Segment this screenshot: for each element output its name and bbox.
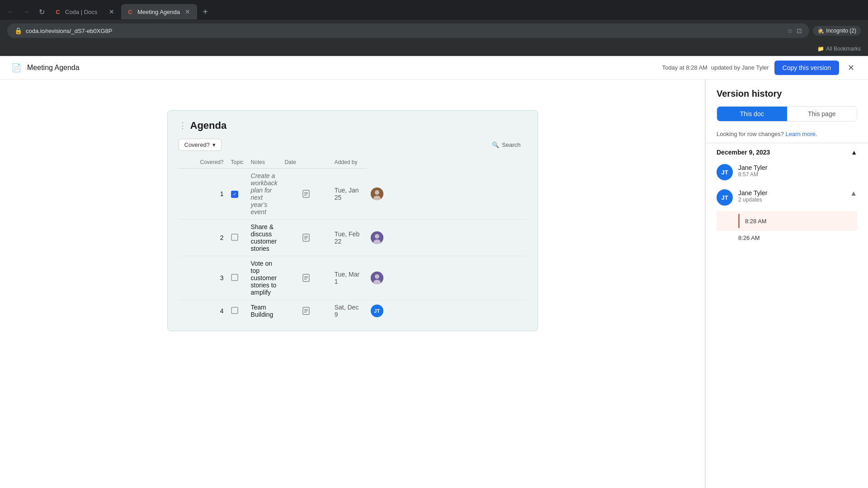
- tab-meeting-title: Meeting Agenda: [137, 9, 180, 15]
- note-icon[interactable]: [301, 272, 311, 283]
- version-title: Version history: [717, 89, 857, 99]
- svg-point-19: [375, 274, 379, 279]
- date-group-label: December 9, 2023: [717, 149, 770, 156]
- date-cell: Sat, Dec 9: [331, 300, 367, 322]
- section-title: Agenda: [190, 120, 227, 131]
- incognito-icon: 🕵️: [817, 28, 824, 34]
- row-changes-text: Looking for row changes?: [717, 131, 784, 137]
- note-icon[interactable]: [301, 232, 311, 243]
- bookmarks-label: All Bookmarks: [826, 46, 861, 52]
- copy-version-button[interactable]: Copy this version: [774, 61, 839, 75]
- address-bar-icons: ☆ ⊡: [787, 27, 802, 34]
- new-tab-button[interactable]: +: [199, 5, 212, 18]
- avatar: [371, 272, 383, 284]
- table-body: 1✓Create a workback plan for next year's…: [179, 169, 527, 322]
- row-number: 1: [179, 169, 227, 220]
- date-cell: Tue, Jan 25: [331, 169, 367, 220]
- covered-checkbox[interactable]: [227, 300, 247, 322]
- tab-bar: ← → ↻ C Coda | Docs ✕ C Meeting Agenda ✕…: [0, 0, 868, 20]
- checkbox-unchecked[interactable]: [231, 307, 238, 314]
- search-label: Search: [502, 141, 520, 148]
- address-bar-row: 🔒 coda.io/revisions/_dS7-eb0XG8P ☆ ⊡ 🕵️ …: [0, 20, 868, 42]
- address-bar[interactable]: 🔒 coda.io/revisions/_dS7-eb0XG8P ☆ ⊡: [7, 23, 809, 38]
- incognito-label: Incognito (2): [826, 28, 856, 34]
- avatar: [371, 188, 383, 200]
- table-row: 4Team Building Sat, Dec 9JT: [179, 300, 527, 322]
- star-icon[interactable]: ☆: [787, 27, 793, 34]
- close-icon: ✕: [848, 63, 854, 73]
- doc-inner: ⋮ Agenda Covered? ▾ 🔍 Search: [149, 89, 556, 331]
- avatar-photo: [371, 272, 383, 284]
- version-time-1: 8:57 AM: [738, 171, 857, 178]
- note-icon[interactable]: [301, 305, 311, 316]
- note-svg: [302, 273, 311, 282]
- version-entry-1[interactable]: JT Jane Tyler 8:57 AM: [706, 160, 868, 185]
- col-header-date: Date: [281, 156, 331, 169]
- filter-chevron-icon: ▾: [212, 141, 216, 148]
- covered-checkbox[interactable]: [227, 220, 247, 256]
- table-row: 1✓Create a workback plan for next year's…: [179, 169, 527, 220]
- checkbox-unchecked[interactable]: [231, 234, 238, 241]
- sub-time-826: 8:26 AM: [738, 235, 760, 241]
- topic-cell: Vote on top customer stories to amplify: [247, 256, 281, 300]
- search-button[interactable]: 🔍 Search: [486, 139, 526, 151]
- back-button[interactable]: ←: [4, 5, 18, 19]
- note-icon[interactable]: [301, 188, 311, 199]
- expand-icon[interactable]: ▲: [850, 189, 857, 197]
- collapse-icon: ▲: [851, 149, 857, 156]
- note-svg: [302, 233, 311, 242]
- all-bookmarks[interactable]: 📁 All Bookmarks: [817, 46, 861, 52]
- learn-more-link[interactable]: Learn more.: [786, 131, 817, 137]
- version-list: December 9, 2023 ▲ JT Jane Tyler 8:57 AM…: [706, 143, 868, 488]
- sub-entry-828[interactable]: 8:28 AM: [717, 211, 857, 231]
- tab-coda-close[interactable]: ✕: [108, 8, 116, 16]
- picture-in-picture-icon[interactable]: ⊡: [797, 27, 802, 34]
- topic-cell: Share & discuss customer stories: [247, 220, 281, 256]
- incognito-button[interactable]: 🕵️ Incognito (2): [813, 26, 861, 36]
- doc-area: ⋮ Agenda Covered? ▾ 🔍 Search: [0, 80, 705, 488]
- coda-favicon-1: C: [54, 8, 61, 15]
- tab-coda[interactable]: C Coda | Docs ✕: [49, 4, 121, 19]
- header-timestamp: Today at 8:28 AM updated by Jane Tyler: [662, 64, 769, 71]
- app-area: 📄 Meeting Agenda Today at 8:28 AM update…: [0, 56, 868, 488]
- table-row: 3Vote on top customer stories to amplify…: [179, 256, 527, 300]
- avatar-cell: JT: [367, 300, 527, 322]
- checkbox-checked[interactable]: ✓: [231, 191, 238, 198]
- forward-button[interactable]: →: [19, 5, 33, 19]
- date-cell: Tue, Feb 22: [331, 220, 367, 256]
- avatar-photo: [371, 188, 383, 200]
- doc-header: 📄 Meeting Agenda Today at 8:28 AM update…: [0, 56, 868, 80]
- col-header-notes: Notes: [247, 156, 281, 169]
- version-date-header[interactable]: December 9, 2023 ▲: [706, 143, 868, 160]
- filter-button[interactable]: Covered? ▾: [179, 139, 222, 151]
- drag-handle-icon[interactable]: ⋮: [179, 121, 187, 131]
- table-header-row: Covered? Topic Notes Date Added by: [179, 156, 527, 169]
- browser-chrome: ← → ↻ C Coda | Docs ✕ C Meeting Agenda ✕…: [0, 0, 868, 56]
- version-avatar-2: JT: [717, 189, 733, 206]
- version-entry-2[interactable]: JT Jane Tyler 2 updates ▲: [706, 185, 868, 210]
- url-display: coda.io/revisions/_dS7-eb0XG8P: [26, 28, 783, 34]
- tab-coda-title: Coda | Docs: [65, 9, 104, 15]
- covered-checkbox[interactable]: [227, 256, 247, 300]
- avatar-cell: [367, 220, 527, 256]
- col-header-topic: Topic: [227, 156, 247, 169]
- tab-this-doc[interactable]: This doc: [717, 107, 787, 121]
- tab-this-page[interactable]: This page: [787, 107, 857, 121]
- notes-cell[interactable]: [281, 169, 331, 220]
- close-panel-button[interactable]: ✕: [844, 61, 857, 74]
- refresh-button[interactable]: ↻: [34, 5, 49, 19]
- version-tabs: This doc This page: [717, 106, 857, 122]
- tab-meeting-close[interactable]: ✕: [184, 8, 192, 16]
- row-number: 2: [179, 220, 227, 256]
- bookmarks-icon: 📁: [817, 46, 824, 52]
- notes-cell[interactable]: [281, 256, 331, 300]
- version-sub-entries: 8:28 AM 8:26 AM: [706, 211, 868, 248]
- version-avatar-1: JT: [717, 164, 733, 180]
- covered-checkbox[interactable]: ✓: [227, 169, 247, 220]
- tab-meeting[interactable]: C Meeting Agenda ✕: [121, 4, 197, 19]
- notes-cell[interactable]: [281, 300, 331, 322]
- notes-cell[interactable]: [281, 220, 331, 256]
- checkbox-unchecked[interactable]: [231, 274, 238, 281]
- sub-entry-826[interactable]: 8:26 AM: [717, 232, 857, 244]
- search-icon: 🔍: [492, 141, 499, 148]
